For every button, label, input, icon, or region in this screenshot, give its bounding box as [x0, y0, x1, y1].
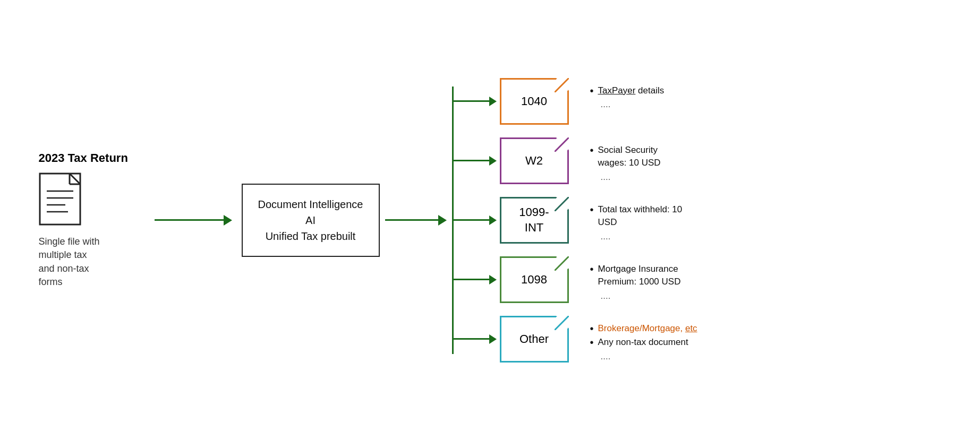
corner-fold-1098	[555, 256, 569, 271]
dots-1098: ....	[601, 290, 681, 303]
form-box-1040: 1040	[500, 78, 569, 125]
dots-1040: ....	[601, 98, 664, 111]
form-label-1098: 1098	[521, 273, 547, 287]
document-icon	[39, 172, 81, 226]
left-arrow-head	[224, 215, 232, 226]
branch-h-line-w2	[452, 160, 489, 161]
branch-row-1099: 1099-INT	[452, 191, 569, 250]
form-box-1098: 1098	[500, 256, 569, 303]
info-text-1099: Total tax withheld: 10USD	[598, 203, 683, 229]
corner-fold-w2	[555, 137, 569, 152]
info-item-w2: • Social Securitywages: 10 USD ....	[590, 136, 697, 196]
info-text-1040: TaxPayer details	[598, 84, 664, 98]
doc-title: 2023 Tax Return	[39, 151, 128, 165]
info-list: • TaxPayer details .... • Social Securit…	[590, 66, 697, 374]
branch-lines-container: 1040 W2	[452, 72, 569, 369]
arrow-head-1040	[489, 97, 497, 106]
diagram-container: 2023 Tax Return Single file withmultiple…	[39, 13, 942, 427]
arrow-head-w2	[489, 156, 497, 166]
info-text-other-1: Brokerage/Mortgage, etc	[598, 322, 697, 335]
corner-fold-other	[555, 316, 569, 330]
branch-area: 1040 W2	[452, 66, 942, 374]
branch-row-w2: W2	[452, 131, 569, 191]
main-arrow	[385, 215, 447, 226]
branch-h-line-1040	[452, 100, 489, 102]
form-label-other: Other	[519, 332, 549, 346]
form-box-1099: 1099-INT	[500, 197, 569, 244]
left-arrow	[155, 215, 232, 226]
left-section: 2023 Tax Return Single file withmultiple…	[39, 151, 145, 289]
branch-h-line-1099	[452, 219, 489, 221]
dots-w2: ....	[601, 171, 661, 184]
form-label-1099: 1099-INT	[519, 205, 549, 235]
arrow-head-other	[489, 334, 497, 344]
doc-label: Single file withmultiple taxand non-taxf…	[39, 235, 100, 289]
bullet-1098: •	[590, 263, 594, 275]
bullet-1099: •	[590, 203, 594, 216]
center-box-text: Document Intelligence AI Unified Tax pre…	[258, 199, 363, 242]
svg-rect-0	[40, 174, 80, 225]
bullet-other-2: •	[590, 336, 594, 349]
arrow-head-1099	[489, 215, 497, 225]
main-arrow-head	[438, 215, 447, 226]
info-item-1098: • Mortgage InsurancePremium: 1000 USD ..…	[590, 255, 697, 315]
bullet-w2: •	[590, 144, 594, 157]
form-label-w2: W2	[525, 154, 543, 168]
branch-row-other: Other	[452, 309, 569, 369]
form-label-1040: 1040	[521, 94, 547, 108]
info-text-other-2: Any non-tax document	[598, 336, 688, 349]
bullet-other-1: •	[590, 322, 594, 335]
branch-row-1040: 1040	[452, 72, 569, 131]
arrow-head-1098	[489, 275, 497, 284]
info-text-w2: Social Securitywages: 10 USD	[598, 144, 661, 170]
dots-other: ....	[601, 350, 697, 364]
corner-fold-1099	[555, 197, 569, 211]
branches-wrapper: 1040 W2	[452, 72, 569, 369]
dots-1099: ....	[601, 230, 683, 244]
form-box-other: Other	[500, 316, 569, 363]
left-arrow-line	[155, 219, 224, 221]
form-box-w2: W2	[500, 137, 569, 184]
corner-fold-1040	[555, 78, 569, 92]
center-box: Document Intelligence AI Unified Tax pre…	[242, 184, 380, 257]
branch-row-1098: 1098	[452, 250, 569, 309]
info-item-1040: • TaxPayer details ....	[590, 77, 697, 136]
info-text-1098: Mortgage InsurancePremium: 1000 USD	[598, 263, 681, 289]
branch-h-line-other	[452, 338, 489, 340]
info-item-other: • Brokerage/Mortgage, etc • Any non-tax …	[590, 315, 697, 374]
main-arrow-line	[385, 219, 438, 221]
info-item-1099: • Total tax withheld: 10USD ....	[590, 196, 697, 255]
branch-h-line-1098	[452, 279, 489, 280]
bullet-1040: •	[590, 84, 594, 97]
vertical-branch-line	[452, 87, 454, 354]
